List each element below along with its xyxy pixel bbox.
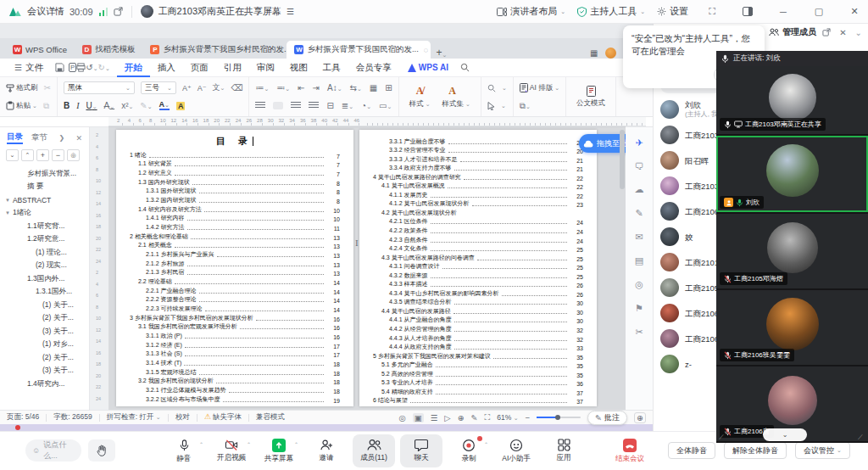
side-tool-mail-icon[interactable]: ✉ [635, 232, 643, 243]
layout-selector[interactable]: 演讲者布局⌄ [497, 5, 565, 18]
comment-button[interactable]: ✎批注 [587, 411, 627, 425]
superscript-icon[interactable]: x²⌄ [121, 101, 133, 110]
new-tab-icon[interactable]: + [436, 47, 442, 59]
panel-popout-icon[interactable] [822, 28, 831, 37]
underline-button[interactable]: U⌄ [86, 101, 97, 110]
toc-tree-item[interactable]: (2) 现实... [0, 260, 89, 273]
menu-tab-5[interactable]: 审阅 [249, 59, 282, 77]
toc-tree-item[interactable]: 摘 要 [0, 181, 89, 194]
sidebar-tab-section[interactable]: 章节 [31, 132, 47, 143]
toolbar-item-4[interactable]: 邀请 [305, 434, 348, 467]
paste-button[interactable]: 粘贴⌄ [6, 101, 37, 111]
panel-close-icon[interactable]: ✕ [839, 28, 846, 37]
zoom-slider[interactable] [537, 417, 581, 418]
toc-tree-item[interactable]: 1.1研究背... [0, 220, 89, 233]
resize-handle-right[interactable]: ⟋ [858, 434, 865, 441]
edit-mode-icon[interactable]: ✎ [471, 413, 478, 422]
side-tool-grid-icon[interactable]: ▤ [635, 255, 643, 266]
fullwindow-icon[interactable]: ⛶ [485, 412, 491, 422]
raise-hand-button[interactable] [88, 439, 115, 462]
clear-format-icon[interactable]: ⌫ [231, 83, 242, 92]
settings-button[interactable]: 设置 [657, 5, 688, 18]
proofread-button[interactable]: 校对 [175, 412, 190, 422]
fullscreen-icon[interactable]: ⛶ [700, 1, 724, 23]
wps-ai-button[interactable]: WPS AI [408, 63, 448, 72]
font-size-select[interactable]: 三号⌄ [141, 81, 176, 94]
line-spacing-icon[interactable]: ⊟ [326, 101, 333, 110]
wps-tab-3[interactable]: P乡村振兴背景下我国乡村民宿的发... [142, 41, 287, 59]
host-tools-button[interactable]: 主持人工具⌄ [577, 5, 645, 18]
toc-tree-item[interactable]: 1.3国内外... [0, 272, 89, 286]
panel-collapse-icon[interactable]: ⌄ [855, 28, 862, 37]
outline-view-icon[interactable]: ☰ [431, 413, 438, 422]
toolbar-item-6[interactable]: 聊天 [400, 434, 442, 467]
video-tile[interactable]: 刘欣 [716, 136, 868, 212]
toc-locate-icon[interactable]: ◎ [67, 149, 80, 161]
document-scrollbar[interactable] [620, 130, 625, 189]
eye-protect-icon[interactable]: ◎ [399, 413, 406, 422]
video-tile[interactable]: 工商2106班吴雯雯 [716, 290, 868, 365]
toc-expand-icon[interactable]: + [36, 149, 49, 161]
find-icon[interactable] [487, 84, 496, 92]
cut-icon[interactable]: ✂ [44, 83, 51, 92]
toc-tree-item[interactable]: (3) 关于... [0, 325, 89, 339]
align-center-icon[interactable] [273, 102, 283, 109]
zoom-out-icon[interactable]: − [526, 413, 531, 422]
toolbar-item-9[interactable]: 应用 [542, 434, 585, 467]
char-spacing-icon[interactable]: ⇆⌄ [350, 83, 362, 92]
toc-tree-item[interactable]: ▼1绪论 [0, 207, 89, 221]
align-right-icon[interactable] [291, 102, 301, 109]
tab-list-icon[interactable]: ⌄ [442, 52, 447, 59]
export-pdf-icon[interactable]: P [69, 63, 76, 72]
toc-prev-icon[interactable]: ⌄ [6, 149, 19, 161]
menu-tab-7[interactable]: 工具 [315, 59, 348, 77]
video-strip-collapse-button[interactable]: ⌄ [763, 428, 807, 441]
side-tool-share-icon[interactable]: ✈ [635, 137, 643, 148]
document-canvas[interactable]: 目 录 1 绪论71.1 研究背景71.2 研究意义71.3 国内外研究现状81… [108, 126, 626, 410]
align-justify-icon[interactable] [309, 102, 319, 109]
page-view-icon[interactable]: ▣ [413, 413, 424, 422]
grow-font-icon[interactable]: A⁺ [182, 84, 192, 92]
toolbar-item-1[interactable]: ⌃静音 [163, 434, 205, 467]
align-left-icon[interactable] [255, 102, 265, 109]
side-tool-cut-icon[interactable]: ✂ [635, 327, 643, 338]
strikethrough-icon[interactable]: A⌄ [104, 101, 115, 110]
file-menu[interactable]: ☰文件 [7, 59, 51, 77]
increase-indent-icon[interactable]: ⇥ [313, 83, 320, 92]
save-icon[interactable] [55, 63, 64, 72]
toolbar-item-5[interactable]: 成员(11) [353, 434, 395, 467]
side-tool-comment-icon[interactable]: 🗨 [635, 161, 644, 171]
text-effects-icon[interactable]: 文⌄ [212, 82, 225, 93]
menu-tab-8[interactable]: 会员专享 [348, 59, 399, 77]
format-painter-button[interactable]: 格式刷 [6, 83, 38, 93]
undo-icon[interactable]: ↺⌄ [86, 63, 97, 72]
minimize-button[interactable]: ─ [771, 1, 795, 23]
side-tool-target-icon[interactable]: ◎ [635, 279, 643, 290]
font-color-button[interactable]: A⌄ [159, 101, 170, 110]
wps-user-avatar[interactable] [605, 48, 616, 59]
toc-tree-item[interactable]: 1.3.1国外... [0, 286, 89, 299]
toc-tree-item[interactable]: 1.4研究内... [0, 378, 89, 389]
ai-layout-button[interactable]: AI 排版⌄ [520, 83, 559, 93]
wps-tab-4[interactable]: W乡村振兴背景下我国民宿的发...◌✕ [287, 41, 431, 59]
zoom-level[interactable]: 61% ⌄ [497, 413, 518, 422]
panel-footer-button-1[interactable]: 全体静音 [668, 442, 715, 459]
toolbar-item-7[interactable]: ⌃录制 [448, 434, 490, 467]
quick-chat-input[interactable]: ☺ 说点什么... [25, 439, 81, 462]
char-shading-button[interactable]: A [176, 102, 186, 110]
tree-arrow-icon[interactable]: ▼ [5, 198, 10, 203]
text-direction-icon[interactable]: A↕⌄ [327, 83, 342, 92]
spellcheck-status[interactable]: 拼写检查: 打开 ⌄ [107, 412, 161, 422]
zoom-magnifier-icon[interactable]: ⊕ [634, 412, 646, 423]
bold-button[interactable]: B [64, 101, 70, 110]
toc-tree-item[interactable]: 1.2研究意... [0, 233, 89, 247]
meeting-detail-link[interactable]: 会议详情 [27, 5, 64, 18]
sidebar-close-icon[interactable]: ✕ [75, 134, 82, 143]
layers-icon[interactable]: ⧉⌄ [520, 101, 531, 111]
missing-font-warning[interactable]: ⚠ 缺失字体 [204, 412, 242, 422]
toc-tree-item[interactable]: (3) 关于... [0, 365, 89, 378]
caret-icon[interactable]: ⌃ [484, 441, 488, 447]
menu-tab-4[interactable]: 引用 [216, 59, 249, 77]
caret-icon[interactable]: ⌃ [199, 441, 203, 447]
drag-upload-button[interactable]: 拖拽至此上传 [579, 134, 626, 153]
